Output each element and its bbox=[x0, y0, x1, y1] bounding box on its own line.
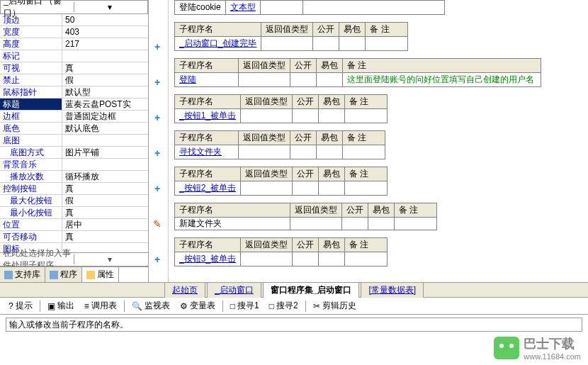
property-value[interactable] bbox=[62, 159, 148, 170]
property-row[interactable]: 背景音乐 bbox=[0, 159, 148, 171]
property-value[interactable]: 循环播放 bbox=[62, 171, 148, 182]
col-header: 返回值类型 bbox=[290, 203, 342, 218]
property-row[interactable]: 底图方式图片平铺 bbox=[0, 147, 148, 159]
property-row[interactable]: 标题蓝奏云盘POST实 bbox=[0, 99, 148, 111]
status-hint-input[interactable] bbox=[6, 318, 582, 332]
col-header: 子程序名 bbox=[175, 238, 241, 252]
property-value[interactable]: 默认底色 bbox=[62, 123, 148, 134]
toolbar-item[interactable]: □搜寻1 bbox=[226, 298, 264, 313]
editor-tab[interactable]: 起始页 bbox=[164, 282, 205, 298]
property-row[interactable]: 最小化按钮真 bbox=[0, 207, 148, 219]
property-row[interactable]: 高度217 bbox=[0, 38, 148, 50]
property-row[interactable]: 可视真 bbox=[0, 62, 148, 74]
sub-name[interactable]: _启动窗口_创建完毕 bbox=[175, 37, 261, 51]
tab-label: 程序 bbox=[60, 269, 77, 281]
editor-tab[interactable]: 窗口程序集_启动窗口 bbox=[263, 282, 360, 298]
property-value[interactable]: 真 bbox=[62, 62, 148, 74]
editor-tab[interactable]: _启动窗口 bbox=[207, 282, 261, 298]
bottom-toolbar: ?提示▣输出≡调用表🔍监视表⚙变量表□搜寻1□搜寻2✂剪辑历史 bbox=[0, 298, 588, 315]
property-row[interactable]: 最大化按钮假 bbox=[0, 195, 148, 207]
event-selector[interactable]: 在此处选择加入事件处理子程序 ▾ bbox=[0, 252, 148, 266]
property-value[interactable]: 50 bbox=[62, 14, 148, 26]
property-value[interactable] bbox=[62, 50, 148, 62]
toolbar-item[interactable]: 🔍监视表 bbox=[128, 298, 174, 313]
property-row[interactable]: 可否移动真 bbox=[0, 231, 148, 243]
chevron-down-icon[interactable]: ▾ bbox=[74, 254, 145, 264]
plus-icon[interactable]: + bbox=[154, 147, 160, 159]
property-row[interactable]: 宽度403 bbox=[0, 26, 148, 38]
col-header: 子程序名 bbox=[175, 23, 261, 37]
col-header: 返回值类型 bbox=[239, 131, 290, 145]
toolbar-icon: ▣ bbox=[47, 301, 55, 311]
property-value[interactable]: 假 bbox=[62, 195, 148, 206]
property-row[interactable]: 底色默认底色 bbox=[0, 123, 148, 135]
sub-name[interactable]: _按钮2_被单击 bbox=[175, 181, 241, 196]
subroutine-table: 子程序名返回值类型公开易包备 注寻找文件夹 bbox=[174, 130, 385, 159]
property-row[interactable]: 边框普通固定边框 bbox=[0, 111, 148, 123]
sub-note[interactable] bbox=[345, 252, 388, 266]
property-value[interactable]: 图片平铺 bbox=[62, 147, 148, 158]
property-row[interactable]: 鼠标指针默认型 bbox=[0, 86, 148, 99]
property-row[interactable]: 播放次数循环播放 bbox=[0, 171, 148, 183]
property-value[interactable]: 默认型 bbox=[62, 86, 148, 98]
sub-name[interactable] bbox=[175, 218, 290, 230]
sub-name[interactable]: _按钮3_被单击 bbox=[175, 252, 241, 266]
left-tab[interactable]: 支持库 bbox=[0, 267, 45, 282]
sub-name[interactable]: 寻找文件夹 bbox=[175, 145, 239, 159]
sub-name[interactable]: 登陆 bbox=[175, 73, 239, 87]
editor-tab-bar: 起始页_启动窗口窗口程序集_启动窗口[常量数据表] bbox=[0, 282, 588, 298]
property-value[interactable] bbox=[62, 135, 148, 146]
plus-icon[interactable]: + bbox=[154, 112, 160, 123]
chevron-down-icon[interactable]: ▾ bbox=[74, 2, 145, 12]
property-value[interactable]: 假 bbox=[62, 74, 148, 86]
toolbar-item[interactable]: ?提示 bbox=[4, 298, 37, 313]
sub-note[interactable] bbox=[343, 145, 385, 159]
gutter: +++++✎+ bbox=[149, 0, 169, 282]
toolbar-item[interactable]: ✂剪辑历史 bbox=[309, 298, 361, 313]
property-row[interactable]: 底图 bbox=[0, 135, 148, 147]
col-header: 易包 bbox=[339, 23, 366, 37]
property-row[interactable]: 位置居中 bbox=[0, 219, 148, 231]
left-tab[interactable]: 程序 bbox=[45, 267, 82, 282]
separator bbox=[305, 301, 306, 312]
pencil-icon[interactable]: ✎ bbox=[153, 218, 162, 230]
property-row[interactable]: 顶边50 bbox=[0, 14, 148, 26]
property-label: 鼠标指针 bbox=[0, 86, 62, 98]
property-value[interactable]: 403 bbox=[62, 26, 148, 38]
toolbar-item[interactable]: ▣输出 bbox=[43, 298, 79, 313]
property-row[interactable]: 标记 bbox=[0, 50, 148, 62]
sub-name-input[interactable] bbox=[179, 219, 285, 229]
property-value[interactable]: 蓝奏云盘POST实 bbox=[62, 99, 148, 110]
sub-note[interactable] bbox=[345, 109, 388, 123]
plus-icon[interactable]: + bbox=[154, 41, 160, 52]
sub-note[interactable] bbox=[395, 218, 437, 230]
property-row[interactable]: 控制按钮真 bbox=[0, 183, 148, 195]
property-value[interactable]: 真 bbox=[62, 207, 148, 218]
property-row[interactable]: 禁止假 bbox=[0, 74, 148, 86]
plus-icon[interactable]: + bbox=[154, 183, 160, 194]
col-header: 备 注 bbox=[345, 167, 388, 181]
property-value[interactable] bbox=[62, 243, 148, 252]
property-value[interactable]: 217 bbox=[62, 38, 148, 50]
property-value[interactable]: 普通固定边框 bbox=[62, 111, 148, 122]
property-value[interactable]: 居中 bbox=[62, 219, 148, 230]
col-header: 返回值类型 bbox=[241, 238, 293, 252]
plus-icon[interactable]: + bbox=[154, 77, 160, 88]
toolbar-item[interactable]: □搜寻2 bbox=[265, 298, 303, 313]
sub-name[interactable]: _按钮1_被单击 bbox=[175, 109, 241, 123]
sub-note[interactable] bbox=[366, 37, 408, 51]
toolbar-item[interactable]: ≡调用表 bbox=[80, 298, 121, 313]
property-value[interactable]: 真 bbox=[62, 231, 148, 242]
subroutine-table: 子程序名返回值类型公开易包备 注 bbox=[174, 203, 437, 230]
sub-note[interactable] bbox=[345, 181, 388, 196]
sub-note[interactable]: 这里面登陆账号的问好位置填写自己创建的用户名 bbox=[343, 73, 541, 87]
editor-tab[interactable]: [常量数据表] bbox=[361, 282, 424, 298]
left-tab[interactable]: 属性 bbox=[82, 267, 119, 282]
plus-icon[interactable]: + bbox=[154, 254, 160, 265]
col-header: 返回值类型 bbox=[241, 167, 293, 181]
var-type[interactable]: 文本型 bbox=[225, 1, 260, 15]
toolbar-item[interactable]: ⚙变量表 bbox=[176, 298, 220, 313]
property-value[interactable]: 真 bbox=[62, 183, 148, 194]
var-name[interactable]: 登陆cookie bbox=[175, 1, 226, 15]
window-selector[interactable]: _启动窗口 （窗口） ▾ bbox=[0, 0, 148, 14]
